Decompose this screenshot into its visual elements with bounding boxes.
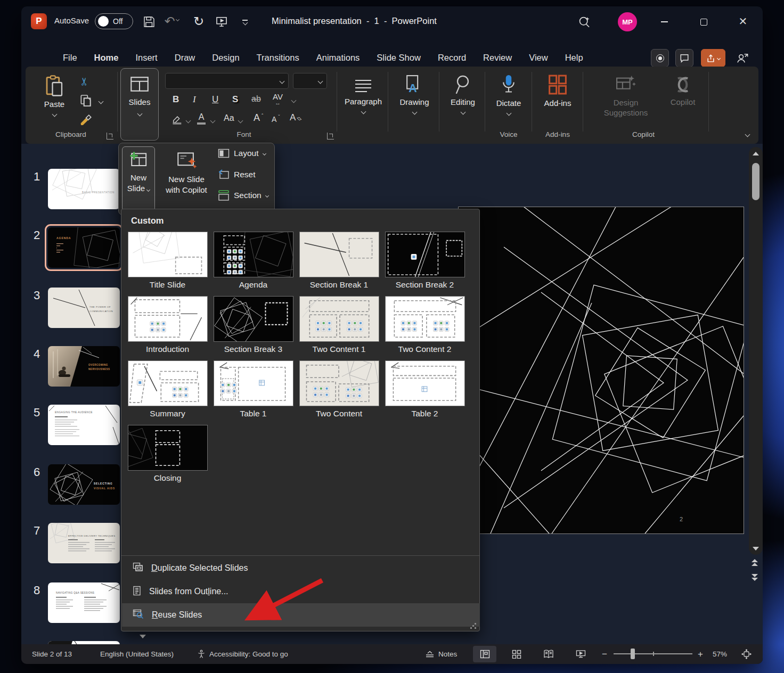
layout-option-title-slide[interactable]: Title Slide bbox=[125, 232, 210, 290]
next-slide-button[interactable] bbox=[752, 574, 758, 581]
strikethrough-button[interactable]: ab bbox=[251, 94, 261, 104]
layout-option-table-2[interactable]: Table 2 bbox=[382, 360, 468, 418]
highlight-color-button[interactable] bbox=[172, 113, 183, 125]
addins-button[interactable]: Add-ins bbox=[537, 74, 578, 108]
cut-button[interactable]: ✂ bbox=[78, 77, 91, 86]
text-shadow-button[interactable]: S bbox=[232, 94, 238, 105]
copy-dropdown-chevron[interactable] bbox=[99, 99, 104, 104]
slide-thumbnail-2[interactable]: AGENDA bbox=[48, 227, 120, 268]
new-slide-with-copilot-button[interactable]: New Slidewith Copilot bbox=[158, 146, 215, 211]
font-name-combobox[interactable] bbox=[165, 73, 289, 89]
customize-quick-access-toolbar-button[interactable] bbox=[239, 15, 251, 28]
copy-button[interactable] bbox=[80, 94, 92, 109]
dictate-button[interactable]: Dictate bbox=[490, 74, 527, 117]
layout-option-two-content-2[interactable]: Two Content 2 bbox=[382, 296, 468, 354]
slideshow-view-button[interactable] bbox=[569, 646, 592, 662]
character-spacing-chevron[interactable] bbox=[291, 98, 297, 103]
vertical-scrollbar[interactable] bbox=[749, 147, 763, 555]
layout-option-two-content[interactable]: Two Content bbox=[296, 360, 382, 418]
layout-label: Two Content 1 bbox=[313, 344, 366, 354]
slide-thumbnail-6[interactable]: SELECTINGVISUAL AIDS bbox=[48, 464, 120, 505]
slide-thumbnail-3[interactable]: THE POWER OFCOMMUNICATION bbox=[48, 288, 120, 328]
undo-button[interactable]: ↶ bbox=[162, 13, 181, 30]
normal-view-button[interactable] bbox=[473, 646, 496, 662]
grow-font-button[interactable]: Aˆ bbox=[254, 112, 263, 124]
slide-thumbnail-5[interactable]: ENGAGING THE AUDIENCE bbox=[48, 405, 120, 445]
underline-button[interactable]: U bbox=[212, 94, 218, 105]
comments-button[interactable] bbox=[675, 49, 693, 67]
change-case-button[interactable]: Aa bbox=[224, 113, 234, 123]
change-case-chevron[interactable] bbox=[238, 118, 243, 124]
font-dialog-launcher[interactable] bbox=[327, 133, 334, 139]
present-to-people-icon[interactable] bbox=[732, 49, 753, 67]
autosave-toggle[interactable]: Off bbox=[95, 13, 133, 29]
slide-counter[interactable]: Slide 2 of 13 bbox=[32, 650, 72, 658]
zoom-slider-thumb[interactable] bbox=[631, 649, 635, 659]
zoom-in-button[interactable]: + bbox=[698, 649, 703, 660]
font-color-chevron[interactable] bbox=[210, 118, 216, 124]
zoom-slider[interactable] bbox=[614, 653, 692, 654]
slide-sorter-view-button[interactable] bbox=[505, 646, 528, 662]
layout-option-section-break-1[interactable]: Section Break 1 bbox=[296, 232, 382, 290]
menu-item-duplicate-selected-slides[interactable]: Duplicate Selected Slides bbox=[122, 556, 480, 580]
scroll-down-arrow[interactable] bbox=[753, 547, 759, 551]
font-size-combobox[interactable] bbox=[293, 73, 327, 89]
zoom-level[interactable]: 57% bbox=[713, 650, 727, 658]
previous-slide-button[interactable] bbox=[752, 559, 758, 566]
avatar[interactable]: MP bbox=[618, 12, 637, 31]
drawing-button[interactable]: A Drawing bbox=[394, 74, 435, 116]
maximize-button[interactable] bbox=[691, 14, 716, 29]
character-spacing-button[interactable]: AV↔ bbox=[273, 92, 283, 104]
share-button[interactable] bbox=[701, 49, 725, 67]
section-button[interactable]: Section bbox=[218, 190, 268, 201]
close-button[interactable]: ✕ bbox=[731, 13, 755, 29]
editing-button[interactable]: Editing bbox=[444, 74, 481, 116]
scrollbar-thumb[interactable] bbox=[752, 163, 760, 200]
slides-group-button[interactable]: Slides bbox=[120, 68, 159, 141]
record-button[interactable] bbox=[651, 49, 669, 67]
layout-option-two-content-1[interactable]: Two Content 1 bbox=[296, 296, 382, 354]
format-painter-button[interactable] bbox=[79, 113, 93, 129]
save-button[interactable] bbox=[142, 14, 157, 29]
fit-slide-to-window-button[interactable] bbox=[741, 649, 752, 659]
zoom-out-button[interactable]: − bbox=[602, 649, 607, 660]
shrink-font-button[interactable]: Aˇ bbox=[272, 114, 280, 124]
paste-button[interactable]: Paste bbox=[38, 74, 70, 133]
slide-thumbnail-1[interactable]: BASIC PRESENTATION bbox=[48, 169, 120, 209]
slide-thumbnail-7[interactable]: EFFECTIVE DELIVERY TECHNIQUES bbox=[48, 523, 120, 563]
clipboard-dialog-launcher[interactable] bbox=[107, 133, 113, 139]
accessibility-status[interactable]: Accessibility: Good to go bbox=[197, 650, 288, 659]
bold-button[interactable]: B bbox=[173, 94, 179, 105]
layout-option-agenda[interactable]: Agenda bbox=[210, 232, 296, 290]
resize-grip[interactable] bbox=[470, 622, 477, 628]
start-slideshow-button[interactable] bbox=[214, 14, 229, 29]
menu-item-reuse-slides[interactable]: Reuse Slides bbox=[122, 603, 480, 627]
notes-button[interactable]: Notes bbox=[425, 650, 457, 658]
copilot-search-icon[interactable] bbox=[576, 14, 592, 30]
slide-thumbnail-8[interactable]: NAVIGATING Q&A SESSIONS bbox=[48, 582, 120, 623]
slide-thumbnail-4[interactable]: OVERCOMINGNERVOUSNESS bbox=[48, 346, 120, 387]
layout-option-closing[interactable]: Closing bbox=[125, 425, 210, 483]
clear-formatting-button[interactable]: A▱ bbox=[290, 112, 302, 123]
slide-canvas[interactable]: 2 bbox=[458, 207, 744, 534]
layout-option-introduction[interactable]: Introduction bbox=[125, 296, 210, 354]
redo-button[interactable]: ↻ bbox=[191, 13, 207, 30]
font-color-button[interactable]: A bbox=[197, 112, 206, 125]
layout-option-section-break-3[interactable]: Section Break 3 bbox=[210, 296, 296, 354]
layout-option-section-break-2[interactable]: Section Break 2 bbox=[382, 232, 468, 290]
reset-button[interactable]: Reset bbox=[218, 169, 256, 180]
layout-option-summary[interactable]: Summary bbox=[125, 360, 210, 418]
language-indicator[interactable]: English (United States) bbox=[100, 650, 174, 658]
paragraph-button[interactable]: Paragraph bbox=[343, 74, 383, 116]
collapse-ribbon-button[interactable] bbox=[745, 132, 750, 137]
reading-view-button[interactable] bbox=[537, 646, 560, 662]
new-slide-button[interactable]: NewSlide bbox=[122, 146, 155, 211]
scroll-up-arrow[interactable] bbox=[753, 152, 759, 155]
layout-option-table-1[interactable]: Table 1 bbox=[210, 360, 296, 418]
minimize-button[interactable] bbox=[652, 14, 676, 29]
layout-button[interactable]: Layout bbox=[218, 149, 266, 158]
thumbnail-panel-scroll-down[interactable] bbox=[140, 635, 146, 638]
menu-item-slides-from-outline[interactable]: Slides from Outline... bbox=[122, 580, 480, 603]
highlight-color-chevron[interactable] bbox=[186, 118, 191, 124]
italic-button[interactable]: I bbox=[193, 94, 196, 105]
